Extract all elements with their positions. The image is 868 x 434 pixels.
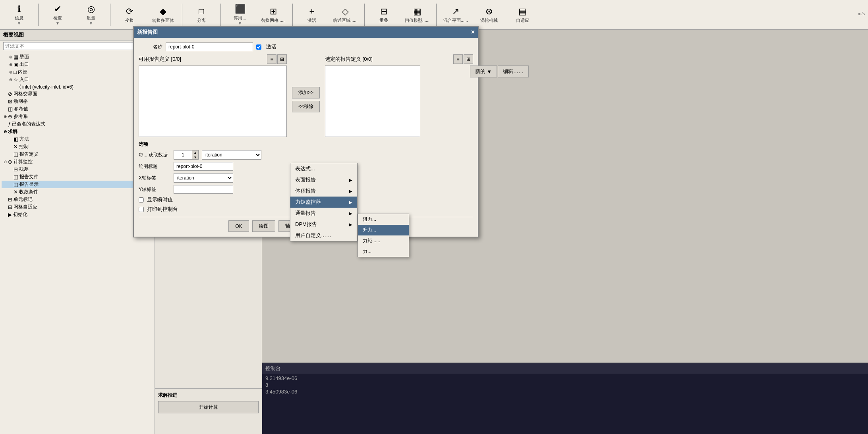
show-instant-checkbox[interactable] (139, 197, 144, 203)
tree-item-calc-monitor[interactable]: ⊖ ⊖ 计算监控 (2, 158, 153, 166)
toolbar-sep-6 (364, 4, 365, 26)
tree-item-report-display[interactable]: ◫ 报告显示 (2, 181, 153, 188)
every-row: 每... 获取数据 ▲ ▼ iteration time-step (139, 150, 473, 160)
every-spinbox: ▲ ▼ (174, 150, 199, 160)
tree-item-inlet[interactable]: ⊖ ☆ 入口 (2, 76, 153, 83)
y-axis-input[interactable] (174, 185, 233, 194)
tree-item-residual[interactable]: ⊟ 残差 (2, 166, 153, 173)
tree-item-ref-frame[interactable]: ⊕ ⊕ 参考系 (2, 113, 153, 120)
plot-title-input[interactable] (174, 162, 233, 171)
start-calc-btn[interactable]: 开始计算 (158, 401, 259, 413)
sub-force[interactable]: 力... (358, 246, 409, 257)
add-btn[interactable]: 添加>> (292, 87, 320, 98)
toolbar-transform[interactable]: ⟳ 变换 (114, 1, 145, 28)
solve-advance-title: 求解推进 (158, 392, 259, 399)
ctx-volume[interactable]: 体积报告 ▶ (290, 185, 357, 197)
ok-btn[interactable]: OK (228, 220, 249, 232)
solve-advance: 求解推进 开始计算 (155, 388, 262, 418)
ctx-expr[interactable]: 表达式... (290, 163, 357, 174)
toolbar-quality[interactable]: ◎ 质量 ▼ (75, 1, 107, 28)
tree-item-walls[interactable]: ⊕ ▦ 壁面 (2, 53, 153, 61)
edit-definition-btn[interactable]: 编辑…… (498, 66, 529, 77)
toolbar-convert[interactable]: ◆ 转换多面体 (147, 1, 179, 28)
left-panel: 概要视图 ◁ ⊕ ▦ 壁面 ⊕ ▣ 出口 ⊕ □ 内部 ⊖ ☆ 入口 (0, 30, 155, 434)
show-instant-label: 显示瞬时值 (147, 196, 173, 203)
tree-item-control[interactable]: ✕ 控制 (2, 143, 153, 150)
tree-item-internal[interactable]: ⊕ □ 内部 (2, 68, 153, 76)
available-sort-btn[interactable]: ≡ (267, 54, 276, 64)
add-remove-buttons: 添加>> <<移除 (290, 54, 322, 137)
adapt-icon: ▤ (518, 6, 527, 17)
name-row: 名称 激活 (139, 42, 473, 51)
tree-item-report-file[interactable]: ◫ 报告文件 (2, 173, 153, 181)
toolbar-nearby[interactable]: ◇ 临近区域...... (329, 1, 361, 28)
panel-title: 概要视图 (3, 31, 24, 39)
ctx-flux[interactable]: 通量报告 ▶ (290, 208, 357, 219)
volume-arrow: ▶ (349, 189, 352, 193)
replace-icon: ⊞ (270, 6, 277, 17)
tree-item-inlet-detail[interactable]: ⟨ inlet (velocity-inlet, id=6) (2, 83, 153, 90)
tree-item-solver[interactable]: ⊖ 求解 (2, 128, 153, 135)
selected-header: 选定的报告定义 [0/0] ≡ ⊞ (325, 54, 473, 64)
tree-item-reference-val[interactable]: ◫ 参考值 (2, 105, 153, 113)
filter-box (0, 41, 155, 52)
every-spin-up[interactable]: ▲ (192, 150, 198, 155)
every-type-select[interactable]: iteration time-step (202, 150, 261, 160)
toolbar-activate[interactable]: + 激活 (296, 1, 328, 28)
info-icon: ℹ (17, 4, 21, 14)
dialog-close-btn[interactable]: × (471, 29, 475, 35)
remove-btn[interactable]: <<移除 (292, 101, 320, 112)
console-header: 控制台 (262, 363, 868, 374)
tree-item-cell-mark[interactable]: ⊟ 单元标记 (2, 196, 153, 203)
toolbar-adapt[interactable]: ▤ 自适应 (506, 1, 538, 28)
tree-item-mesh-interface[interactable]: ⊘ 网格交界面 (2, 90, 153, 98)
console-area: 控制台 9.214934e-06 8 3.450983e-06 (262, 363, 868, 434)
tree-item-initialize[interactable]: ▶ 初始化 (2, 211, 153, 218)
sub-lift[interactable]: 升力... (358, 225, 409, 235)
tree-item-method[interactable]: ◧ 方法 (2, 135, 153, 143)
turbine-icon: ⊛ (485, 6, 493, 17)
selected-filter-btn[interactable]: ⊞ (464, 54, 473, 64)
toolbar-stop[interactable]: ⬛ 停用... ▼ (224, 1, 256, 28)
ctx-surface[interactable]: 表面报告 ▶ (290, 174, 357, 185)
console-line-1: 9.214934e-06 (265, 375, 865, 381)
toolbar-block[interactable]: ▦ 闸值模型...... (401, 1, 433, 28)
selected-list[interactable] (325, 66, 420, 137)
print-console-label: 打印到控制台 (147, 206, 178, 213)
print-console-checkbox[interactable] (139, 207, 144, 212)
ctx-moment[interactable]: 力矩监控器 ▶ (290, 197, 357, 208)
toolbar-check[interactable]: ✔ 检查 ▼ (42, 1, 73, 28)
ctx-dpm[interactable]: DPM报告 ▶ (290, 219, 357, 230)
name-input[interactable] (166, 42, 253, 51)
selected-sort-btn[interactable]: ≡ (453, 54, 463, 64)
console-line-3: 3.450983e-06 (265, 389, 865, 395)
sub-moment[interactable]: 力矩...... (358, 235, 409, 246)
name-label: 名称 (139, 44, 162, 50)
toolbar-turbine[interactable]: ⊛ 涡轮机械 (473, 1, 505, 28)
toolbar-separate[interactable]: □ 分离 (186, 1, 217, 28)
tree-item-convergence[interactable]: ✕ 收敛条件 (2, 188, 153, 196)
moment-arrow: ▶ (349, 200, 352, 204)
tree-item-report-def[interactable]: ◫ 报告定义 (2, 150, 153, 158)
tree-item-mesh-adapt[interactable]: ⊟ 网格自适应 (2, 203, 153, 211)
new-definition-btn[interactable]: 新的 ▼ (470, 66, 497, 77)
x-axis-select[interactable]: iteration time-step flow-time (174, 173, 233, 183)
filter-input[interactable] (3, 42, 151, 50)
available-filter-btn[interactable]: ⊞ (277, 54, 287, 64)
every-input[interactable] (174, 150, 192, 159)
toolbar-overlap[interactable]: ⊟ 重叠 (368, 1, 400, 28)
sub-drag[interactable]: 阻力... (358, 214, 409, 225)
toolbar-mixplane[interactable]: ↗ 混合平面...... (440, 1, 472, 28)
ctx-user[interactable]: 用户自定义…… (290, 230, 357, 241)
tree-item-named-expr[interactable]: ƒ 已命名的表达式 (2, 120, 153, 128)
tree-item-outlet[interactable]: ⊕ ▣ 出口 (2, 61, 153, 68)
available-list[interactable] (139, 66, 287, 137)
every-spin-down[interactable]: ▼ (192, 155, 198, 159)
tree-item-dynamic-mesh[interactable]: ⊠ 动网格 (2, 98, 153, 105)
available-label: 可用报告定义 [0/0] (139, 56, 181, 63)
toolbar-replace[interactable]: ⊞ 替换网格...... (257, 1, 289, 28)
toolbar-info[interactable]: ℹ 信息 ▼ (3, 1, 35, 28)
plot-btn[interactable]: 绘图 (252, 220, 275, 232)
selected-controls: ≡ ⊞ (453, 54, 473, 64)
activate-checkbox[interactable] (256, 44, 261, 50)
